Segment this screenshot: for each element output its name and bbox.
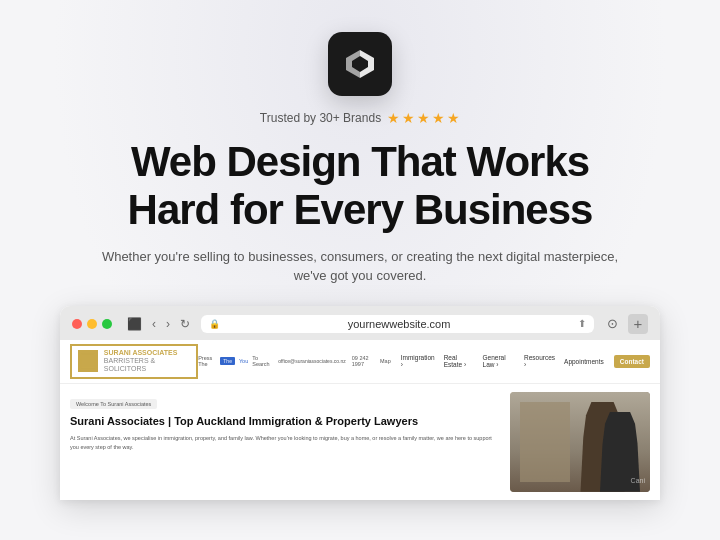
star-4: ★ [432, 110, 445, 126]
website-hero: Welcome To Surani Associates Surani Asso… [60, 384, 660, 500]
traffic-lights [72, 319, 112, 329]
star-1: ★ [387, 110, 400, 126]
nav-realestate[interactable]: Real Estate › [440, 352, 478, 370]
logo-container [328, 32, 392, 96]
star-3: ★ [417, 110, 430, 126]
subheadline: Whether you're selling to businesses, co… [100, 247, 620, 286]
you-label: You [239, 358, 248, 364]
star-2: ★ [402, 110, 415, 126]
map-text: Map [380, 358, 391, 364]
refresh-button[interactable]: ↻ [177, 315, 193, 333]
nav-appointments[interactable]: Appointments [560, 356, 608, 367]
traffic-light-red[interactable] [72, 319, 82, 329]
site-press-bar: Press The The You To Search office@suran… [198, 355, 391, 367]
site-logo-text: SURANI ASSOCIATES Barristers & Solicitor… [104, 349, 190, 374]
sidebar-toggle-button[interactable]: ⬛ [124, 315, 145, 333]
site-logo: SURANI ASSOCIATES Barristers & Solicitor… [70, 344, 198, 379]
traffic-light-yellow[interactable] [87, 319, 97, 329]
phone-text: 09 242 1997 [352, 355, 374, 367]
browser-nav-buttons: ⬛ ‹ › ↻ [124, 315, 193, 333]
traffic-light-green[interactable] [102, 319, 112, 329]
nav-generallaw[interactable]: General Law › [479, 352, 519, 370]
building-silhouette [520, 402, 570, 482]
downloads-button[interactable]: ⊙ [602, 314, 622, 334]
hero-left: Welcome To Surani Associates Surani Asso… [70, 392, 500, 492]
press-label: Press The [198, 355, 216, 367]
logo-svg [340, 44, 380, 84]
share-icon: ⬆ [578, 318, 586, 329]
nav-contact-button[interactable]: Contact [614, 355, 650, 368]
page-content: Trusted by 30+ Brands ★ ★ ★ ★ ★ Web Desi… [0, 0, 720, 500]
back-button[interactable]: ‹ [149, 315, 159, 333]
app-logo-icon [328, 32, 392, 96]
site-logo-name: SURANI ASSOCIATES [104, 349, 190, 357]
browser-chrome: ⬛ ‹ › ↻ 🔒 yournewwebsite.com ⬆ ⊙ + [60, 306, 660, 340]
hero-image: Cani [510, 392, 650, 492]
address-bar[interactable]: 🔒 yournewwebsite.com ⬆ [201, 315, 594, 333]
site-logo-icon [78, 350, 98, 372]
site-logo-sub: Barristers & Solicitors [104, 357, 190, 374]
star-5: ★ [447, 110, 460, 126]
website-nav: SURANI ASSOCIATES Barristers & Solicitor… [60, 340, 660, 384]
trusted-bar: Trusted by 30+ Brands ★ ★ ★ ★ ★ [260, 110, 460, 126]
cani-label: Cani [631, 477, 645, 484]
headline-line1: Web Design That Works [131, 138, 589, 185]
welcome-badge: Welcome To Surani Associates [70, 399, 157, 409]
url-text: yournewwebsite.com [226, 318, 572, 330]
website-content: SURANI ASSOCIATES Barristers & Solicitor… [60, 340, 660, 500]
press-button[interactable]: The [220, 357, 235, 365]
site-nav-links: Immigration › Real Estate › General Law … [397, 352, 608, 370]
nav-immigration[interactable]: Immigration › [397, 352, 439, 370]
browser-mockup: ⬛ ‹ › ↻ 🔒 yournewwebsite.com ⬆ ⊙ + [60, 306, 660, 500]
svg-rect-1 [83, 356, 93, 366]
browser-action-buttons: ⊙ + [602, 314, 648, 334]
headline-line2: Hard for Every Business [128, 186, 593, 233]
add-tab-button[interactable]: + [628, 314, 648, 334]
hero-body: At Surani Associates, we specialise in i… [70, 434, 500, 452]
site-nav-right: Press The The You To Search office@suran… [198, 352, 650, 370]
nav-resources[interactable]: Resources › [520, 352, 559, 370]
lock-icon: 🔒 [209, 319, 220, 329]
to-search-label: To Search [252, 355, 270, 367]
stars-container: ★ ★ ★ ★ ★ [387, 110, 460, 126]
trusted-text: Trusted by 30+ Brands [260, 111, 381, 125]
site-logo-svg [80, 353, 96, 369]
forward-button[interactable]: › [163, 315, 173, 333]
hero-title: Surani Associates | Top Auckland Immigra… [70, 414, 500, 428]
main-headline: Web Design That Works Hard for Every Bus… [128, 138, 593, 235]
email-text: office@suraniassociates.co.nz [278, 358, 346, 364]
